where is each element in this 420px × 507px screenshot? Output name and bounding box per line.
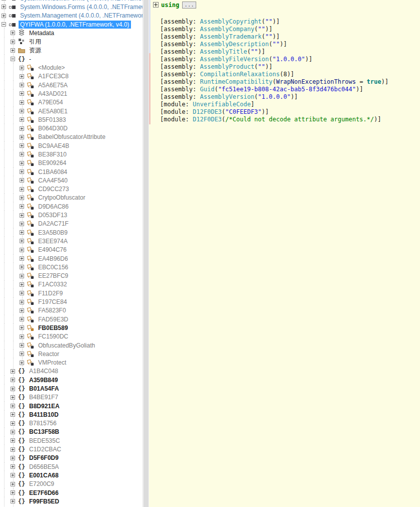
- collapsed-region-box[interactable]: ...: [182, 2, 196, 9]
- tree-item-b5f01383[interactable]: B5F01383: [0, 115, 143, 124]
- tree-item-b8d921ea[interactable]: {}B8D921EA: [0, 402, 143, 410]
- expand-plus-icon[interactable]: [11, 412, 15, 417]
- expand-plus-icon[interactable]: [20, 274, 24, 278]
- tree-item-f11d2f9[interactable]: F11D2F9: [0, 289, 143, 297]
- tree-item-reactor[interactable]: Reactor: [0, 350, 143, 358]
- tree-item-ee7f6d66[interactable]: {}EE7F6D66: [0, 488, 143, 497]
- expand-plus-icon[interactable]: [20, 334, 24, 339]
- tree-item-fc1590dc[interactable]: FC1590DC: [0, 332, 143, 341]
- expand-plus-icon[interactable]: [11, 369, 15, 374]
- tree-item-d9d6ac86[interactable]: D9D6AC86: [0, 202, 143, 211]
- expand-plus-icon[interactable]: [20, 117, 24, 122]
- expand-plus-icon[interactable]: [20, 308, 24, 313]
- expand-plus-icon[interactable]: [20, 222, 24, 226]
- tree-item-cd9cc273[interactable]: CD9CC273: [0, 185, 143, 194]
- expand-plus-icon[interactable]: [11, 430, 15, 434]
- expand-plus-icon[interactable]: [2, 5, 6, 9]
- tree-item-a1b4c048[interactable]: {}A1B4C048: [0, 367, 143, 376]
- tree-item-d5f6f0d9[interactable]: {}D5F6F0D9: [0, 454, 143, 462]
- fold-toggle-icon[interactable]: [153, 2, 159, 8]
- collapse-minus-icon[interactable]: [2, 22, 6, 27]
- expand-plus-icon[interactable]: [11, 48, 15, 53]
- expand-plus-icon[interactable]: [20, 300, 24, 304]
- expand-plus-icon[interactable]: [20, 170, 24, 174]
- tree-item-e3ee974a[interactable]: E3EE974A: [0, 237, 143, 245]
- tree-item-bc9aae4b[interactable]: BC9AAE4B: [0, 141, 143, 150]
- tree-item-b411b10d[interactable]: {}B411B10D: [0, 410, 143, 419]
- tree-item-qyifwa-1-0-0-0-netframework-v4-0[interactable]: QYIFWA (1.0.0.0, .NETFramework, v4.0): [0, 20, 143, 29]
- tree-item-root-namespace[interactable]: {}-: [0, 55, 143, 63]
- expand-plus-icon[interactable]: [20, 282, 24, 287]
- tree-item-babelobfuscatorattribute[interactable]: BabelObfuscatorAttribute: [0, 133, 143, 141]
- tree-item-引用[interactable]: 引用: [0, 37, 143, 46]
- expand-plus-icon[interactable]: [20, 91, 24, 96]
- expand-plus-icon[interactable]: [11, 421, 15, 426]
- expand-plus-icon[interactable]: [11, 464, 15, 469]
- tree-item-bc13f58b[interactable]: {}BC13F58B: [0, 428, 143, 436]
- tree-item-d053df13[interactable]: D053DF13: [0, 211, 143, 219]
- expand-plus-icon[interactable]: [11, 395, 15, 400]
- tree-item-a79e054[interactable]: A79E054: [0, 98, 143, 107]
- tree-item-a5a6e75a[interactable]: A5A6E75A: [0, 81, 143, 89]
- expand-plus-icon[interactable]: [20, 196, 24, 200]
- tree-item-b7815756[interactable]: {}B7815756: [0, 419, 143, 428]
- expand-plus-icon[interactable]: [20, 230, 24, 235]
- tree-item-be38f310[interactable]: BE38F310: [0, 150, 143, 158]
- tree-item-be909264[interactable]: BE909264: [0, 159, 143, 167]
- expand-plus-icon[interactable]: [11, 499, 15, 503]
- tree-item-c1d2cbac[interactable]: {}C1D2CBAC: [0, 445, 143, 453]
- expand-plus-icon[interactable]: [20, 126, 24, 131]
- expand-plus-icon[interactable]: [11, 490, 15, 495]
- expand-plus-icon[interactable]: [20, 213, 24, 218]
- tree-item-fb0eb589[interactable]: FB0EB589: [0, 323, 143, 332]
- expand-plus-icon[interactable]: [20, 204, 24, 209]
- tree-item-system-windows-forms-4-0-0-0-netframework-v4-0[interactable]: System.Windows.Forms (4.0.0.0, .NETFrame…: [0, 0, 143, 3]
- expand-plus-icon[interactable]: [20, 135, 24, 139]
- expand-plus-icon[interactable]: [20, 83, 24, 87]
- tree-item-b01a54fa[interactable]: {}B01A54FA: [0, 384, 143, 393]
- tree-item-bede535c[interactable]: {}BEDE535C: [0, 436, 143, 445]
- tree-item-vmprotect[interactable]: VMProtect: [0, 358, 143, 367]
- tree-item-f99fb5ed[interactable]: {}F99FB5ED: [0, 497, 143, 505]
- tree-item-f1ac0332[interactable]: F1AC0332: [0, 280, 143, 289]
- tree-scrollbar[interactable]: [143, 0, 149, 507]
- expand-plus-icon[interactable]: [11, 404, 15, 408]
- expand-plus-icon[interactable]: [20, 74, 24, 79]
- expand-plus-icon[interactable]: [11, 387, 15, 391]
- expand-plus-icon[interactable]: [20, 100, 24, 105]
- expand-plus-icon[interactable]: [11, 473, 15, 477]
- tree-item-system-management-4-0-0-0-netframework-v4-0[interactable]: System.Management (4.0.0.0, .NETFramewor…: [0, 12, 143, 20]
- tree-item-a43ad021[interactable]: A43AD021: [0, 89, 143, 98]
- tree-item-ea4b96d6[interactable]: EA4B96D6: [0, 254, 143, 263]
- tree-item-obfuscatedbygoliath[interactable]: ObfuscatedByGoliath: [0, 341, 143, 350]
- tree-item-caa4f540[interactable]: CAA4F540: [0, 176, 143, 185]
- tree-item-d656be5a[interactable]: {}D656BE5A: [0, 462, 143, 471]
- code-editor[interactable]: using ... [assembly: AssemblyCopyright("…: [149, 0, 420, 507]
- tree-item-crytpoobfuscator[interactable]: CrytpoObfuscator: [0, 194, 143, 202]
- tree-item-e001ca68[interactable]: {}E001CA68: [0, 471, 143, 479]
- expand-plus-icon[interactable]: [20, 291, 24, 295]
- expand-plus-icon[interactable]: [11, 447, 15, 452]
- expand-plus-icon[interactable]: [20, 317, 24, 321]
- expand-plus-icon[interactable]: [20, 248, 24, 252]
- expand-plus-icon[interactable]: [20, 161, 24, 165]
- expand-plus-icon[interactable]: [20, 152, 24, 156]
- tree-item-module[interactable]: <Module>: [0, 63, 143, 72]
- tree-item-e7200c9[interactable]: {}E7200C9: [0, 480, 143, 488]
- tree-item-b4be91f7[interactable]: {}B4BE91F7: [0, 393, 143, 402]
- expand-plus-icon[interactable]: [11, 40, 15, 44]
- expand-plus-icon[interactable]: [11, 438, 15, 443]
- tree-item-da2ac71f[interactable]: DA2AC71F: [0, 220, 143, 228]
- expand-plus-icon[interactable]: [20, 239, 24, 243]
- tree-item-ebc0c156[interactable]: EBC0C156: [0, 263, 143, 271]
- tree-item-a359b849[interactable]: {}A359B849: [0, 376, 143, 384]
- expand-plus-icon[interactable]: [20, 352, 24, 356]
- expand-plus-icon[interactable]: [2, 14, 6, 18]
- tree-item-b064d30d[interactable]: B064D30D: [0, 124, 143, 132]
- tree-item-fad59e3d[interactable]: FAD59E3D: [0, 315, 143, 323]
- tree-item-ee27bfc9[interactable]: EE27BFC9: [0, 272, 143, 280]
- tree-item-fa5823f0[interactable]: FA5823F0: [0, 306, 143, 315]
- expand-plus-icon[interactable]: [20, 187, 24, 192]
- expand-plus-icon[interactable]: [11, 31, 15, 35]
- expand-plus-icon[interactable]: [20, 361, 24, 365]
